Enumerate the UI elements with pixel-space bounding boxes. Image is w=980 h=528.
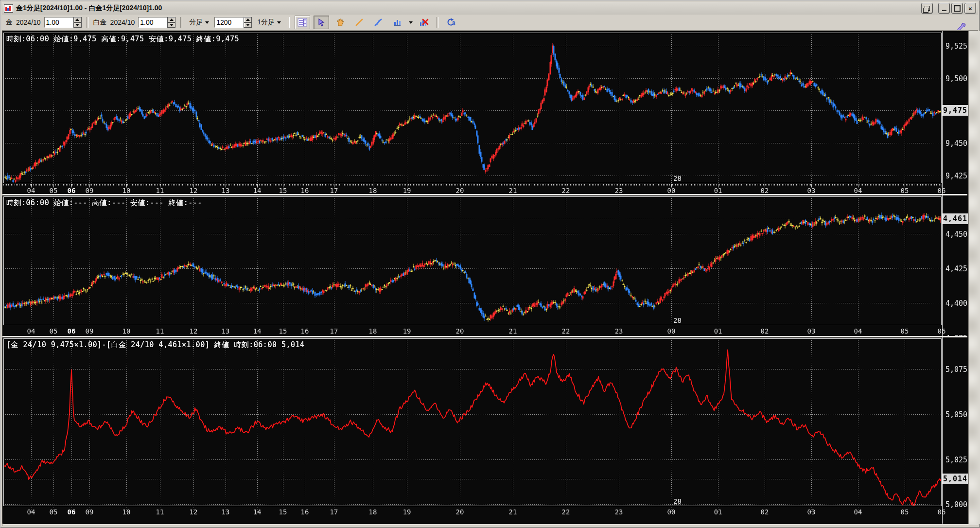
gold-candlestick-canvas[interactable]	[2, 31, 967, 194]
interval-label: 1分足	[257, 18, 275, 27]
x-axis-hour-label: 04	[854, 187, 862, 194]
x-axis-hour-label: 06	[938, 187, 946, 194]
platinum-spin-down-button[interactable]	[167, 22, 175, 28]
bar-chart-style-tool-button[interactable]	[389, 16, 405, 29]
x-axis-hour-label: 00	[667, 187, 676, 194]
chevron-down-icon	[205, 21, 209, 24]
x-axis-hour-label: 20	[456, 187, 464, 194]
x-axis-hour-label: 23	[615, 508, 623, 516]
x-axis-hour-label: 17	[330, 187, 338, 194]
price-scale-tool-button[interactable]	[295, 16, 310, 29]
x-axis-hour-label: 06	[67, 187, 75, 194]
x-axis-hour-label: 01	[714, 327, 722, 335]
app-window: 金1分足[2024/10]1.00 - 白金1分足[2024/10]1.00 ×…	[0, 0, 980, 528]
bar-type-label: 分足	[189, 18, 203, 27]
close-button[interactable]: ×	[964, 3, 976, 14]
x-axis-hour-label: 19	[403, 327, 411, 335]
x-axis-hour-label: 19	[403, 508, 411, 516]
gold-multiplier-input[interactable]	[44, 17, 73, 28]
spin-up-icon	[246, 18, 250, 21]
bar-type-dropdown[interactable]: 分足	[187, 17, 211, 28]
cascade-window-button[interactable]	[921, 3, 933, 14]
x-axis-hour-label: 14	[253, 187, 262, 194]
x-axis-hour-label: 00	[667, 508, 676, 516]
spin-down-icon	[246, 24, 250, 26]
maximize-button[interactable]	[951, 3, 963, 14]
maximize-icon	[954, 5, 961, 12]
scrollbar-track[interactable]	[968, 31, 980, 524]
trendline-blue-tool-button[interactable]	[370, 16, 386, 29]
bar-chart-dropdown-icon[interactable]	[409, 21, 413, 24]
x-axis-hour-label: 06	[938, 327, 946, 335]
gold-y-tick-label: 9,450	[945, 139, 967, 148]
x-axis-hour-label: 05	[901, 508, 909, 516]
platinum-month-label: 2024/10	[110, 18, 135, 26]
x-axis-hour-label: 15	[279, 508, 287, 516]
x-axis-hour-label: 16	[300, 187, 309, 194]
bar-count-spin-down-button[interactable]	[244, 22, 252, 28]
interval-dropdown[interactable]: 1分足	[255, 17, 283, 28]
x-axis-hour-label: 03	[807, 187, 815, 194]
x-axis-hour-label: 21	[509, 508, 517, 516]
minimize-button[interactable]	[938, 3, 950, 14]
x-axis-hour-label: 14	[253, 327, 262, 335]
price-scale-icon	[298, 18, 307, 27]
trendline-orange-tool-button[interactable]	[351, 16, 367, 29]
spread-line-canvas[interactable]	[2, 337, 967, 524]
gold-chart-panel[interactable]: 時刻:06:00 始値:9,475 高値:9,475 安値:9,475 終値:9…	[2, 31, 967, 194]
cursor-icon	[317, 18, 326, 27]
platinum-chart-panel[interactable]: 時刻:06:00 始値:--- 高値:--- 安値:--- 終値:---4,45…	[2, 195, 967, 336]
x-axis-hour-label: 12	[190, 508, 198, 516]
bar-count-spinner	[214, 17, 252, 28]
x-axis-hour-label: 12	[190, 187, 198, 194]
platinum-candlestick-canvas[interactable]	[2, 195, 967, 336]
spread-y-tick-label: 5,025	[945, 456, 967, 464]
x-axis-hour-label: 02	[761, 508, 769, 516]
platinum-multiplier-input[interactable]	[138, 17, 167, 28]
x-axis-hour-label: 14	[253, 508, 262, 516]
gold-y-tick-label: 9,425	[945, 172, 967, 180]
gold-spin-down-button[interactable]	[73, 22, 82, 28]
x-axis-hour-label: 11	[156, 508, 164, 516]
platinum-multiplier-spinner	[138, 17, 175, 28]
spread-current-price-badge: 5,014	[943, 474, 968, 484]
x-axis-hour-label: 01	[714, 508, 722, 516]
cursor-select-tool-button[interactable]	[314, 16, 329, 29]
reload-b-icon: B	[446, 18, 456, 27]
x-axis-hour-label: 01	[714, 187, 722, 194]
x-axis-hour-label: 21	[509, 327, 517, 335]
x-axis-hour-label: 06	[67, 327, 75, 335]
x-axis-hour-label: 04	[27, 508, 35, 516]
x-axis-hour-label: 12	[190, 327, 198, 335]
x-axis-hour-label: 03	[807, 508, 815, 516]
toolbar-separator	[87, 17, 88, 28]
delete-drawings-tool-button[interactable]	[416, 16, 432, 29]
minimize-icon	[942, 10, 946, 11]
x-axis-hour-label: 09	[86, 508, 94, 516]
spread-y-tick-label: 5,050	[945, 410, 967, 419]
x-axis-hour-label: 04	[27, 187, 35, 194]
bar-count-spin-up-button[interactable]	[244, 17, 252, 22]
platinum-y-tick-label: 4,450	[945, 230, 967, 239]
x-axis-hour-label: 03	[807, 327, 815, 335]
gold-month-label: 2024/10	[16, 18, 41, 26]
bar-count-input[interactable]	[214, 17, 244, 28]
x-axis-hour-label: 00	[667, 327, 676, 335]
x-axis-hour-label: 16	[300, 508, 309, 516]
spin-down-icon	[170, 24, 174, 26]
spread-y-tick-label: 5,000	[945, 500, 967, 509]
x-axis-hour-label: 09	[86, 327, 94, 335]
spread-chart-panel[interactable]: [金 24/10 9,475×1.00]-[白金 24/10 4,461×1.0…	[2, 337, 967, 524]
hand-pan-tool-button[interactable]	[332, 16, 348, 29]
x-axis-hour-label: 06	[938, 508, 946, 516]
x-axis-hour-label: 21	[509, 187, 517, 194]
platinum-spin-up-button[interactable]	[167, 17, 175, 22]
x-axis-hour-label: 16	[300, 327, 309, 335]
x-axis-hour-label: 15	[279, 327, 287, 335]
gold-spin-up-button[interactable]	[73, 17, 82, 22]
delete-drawings-icon	[419, 18, 429, 27]
reload-tool-button[interactable]: B	[443, 16, 459, 29]
gold-multiplier-spinner	[44, 17, 82, 28]
x-axis-hour-label: 17	[330, 327, 338, 335]
x-axis-hour-label: 05	[50, 508, 58, 516]
